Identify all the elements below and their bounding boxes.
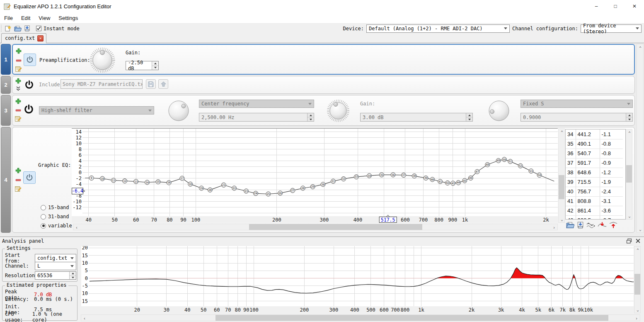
edit-filter-icon[interactable] (15, 185, 22, 193)
spin-up-icon[interactable] (307, 113, 314, 117)
spin-up-icon[interactable] (152, 61, 158, 66)
save-file-button[interactable] (22, 24, 32, 33)
freq-spinbox[interactable]: 2,500.00 Hz (199, 113, 314, 122)
menu-view[interactable]: View (34, 12, 54, 23)
spin-down-icon[interactable] (466, 117, 472, 121)
import-curve-icon[interactable] (566, 221, 574, 229)
freq-mode-combobox[interactable]: Center frequency (199, 100, 314, 108)
device-combobox[interactable]: Default (Analog (1+2) - RME ADI-2 DAC) (366, 24, 510, 33)
scroll-left-icon[interactable]: ‹ (81, 315, 88, 322)
filter-type-combobox[interactable]: High-shelf filter (39, 106, 154, 115)
spin-up-icon[interactable] (70, 272, 76, 276)
open-file-button[interactable] (13, 24, 22, 33)
toolbar-drag-handle[interactable] (1, 25, 2, 32)
table-row[interactable]: 39715.5-1.9 (566, 177, 623, 187)
include-open-up-button[interactable] (158, 79, 168, 89)
start-from-combobox[interactable]: config.txt (35, 254, 76, 262)
scroll-right-icon[interactable]: › (551, 224, 557, 231)
remove-filter-icon[interactable] (15, 57, 22, 64)
preamp-gain-knob[interactable] (89, 47, 116, 73)
filter-gain-knob[interactable] (327, 99, 350, 122)
export-curve-icon[interactable] (576, 221, 584, 229)
table-v-scrollbar[interactable]: ⌃ ⌄ (626, 129, 632, 220)
table-row[interactable]: 38648.6-1.2 (566, 168, 623, 177)
smooth-curve-icon[interactable] (586, 221, 596, 229)
remove-filter-icon[interactable] (15, 107, 22, 114)
row1-power-button[interactable] (24, 54, 36, 66)
table-row[interactable]: 35490.1-0.8 (566, 139, 623, 149)
row4-power-button[interactable] (23, 171, 36, 184)
row2-number[interactable]: 2 (1, 76, 11, 94)
spin-down-icon[interactable] (626, 117, 632, 121)
analysis-v-scrollbar[interactable]: ⌃ ⌄ (634, 246, 641, 313)
radio-variable[interactable]: variable (41, 223, 72, 229)
table-row[interactable]: 42861.4-3.6 (566, 206, 623, 215)
scroll-up-icon[interactable]: ⌃ (626, 129, 633, 136)
scroll-down-icon[interactable]: ⌄ (634, 306, 641, 313)
menu-file[interactable]: File (0, 12, 17, 23)
add-filter-icon[interactable] (15, 98, 22, 105)
scroll-down-icon[interactable]: ⌄ (637, 226, 644, 232)
radio-15-band[interactable]: 15-band (41, 205, 69, 210)
remove-filter-icon[interactable] (15, 177, 22, 183)
minimize-button[interactable]: – (587, 0, 606, 12)
eq-v-scrollbar[interactable]: ⌃ ⌄ (558, 128, 565, 223)
spin-down-icon[interactable] (307, 117, 314, 121)
config-v-scrollbar[interactable]: ⌃ ⌄ (637, 44, 644, 233)
row2-power-icon[interactable] (24, 80, 34, 90)
include-file-field[interactable]: Sony MDR-Z7 ParametricEQ.txt (61, 79, 143, 89)
row3-power-icon[interactable] (23, 104, 34, 115)
q-knob[interactable] (488, 100, 510, 122)
scroll-down-icon[interactable]: ⌄ (626, 212, 633, 219)
scroll-up-icon[interactable]: ⌃ (559, 129, 565, 135)
scroll-left-icon[interactable]: ‹ (73, 224, 80, 231)
row1-number[interactable]: 1 (1, 44, 11, 75)
menu-edit[interactable]: Edit (17, 12, 34, 23)
row3-number[interactable]: 3 (1, 95, 11, 126)
maximize-button[interactable]: □ (606, 0, 625, 12)
include-save-button[interactable] (146, 79, 156, 89)
eq-value-table[interactable]: 34441.2-1.135490.1-0.836540.7-0.837591.7… (565, 129, 626, 220)
close-panel-icon[interactable] (635, 238, 641, 244)
spin-down-icon[interactable] (70, 276, 76, 280)
table-row[interactable]: 41808.8-3.1 (566, 196, 623, 206)
edit-filter-icon[interactable] (15, 66, 22, 73)
edit-filter-icon[interactable] (15, 115, 22, 122)
q-mode-combobox[interactable]: Fixed S (521, 100, 633, 108)
scroll-up-icon[interactable]: ⌃ (637, 44, 644, 51)
spin-up-icon[interactable] (466, 113, 472, 117)
row4-number[interactable]: 4 (1, 127, 11, 233)
new-file-button[interactable] (3, 24, 13, 33)
freq-knob[interactable] (168, 100, 189, 122)
scroll-down-icon[interactable]: ⌄ (559, 216, 565, 222)
analysis-h-scrollbar[interactable]: ‹ › (81, 315, 640, 321)
analysis-header[interactable]: Analysis panel (0, 237, 644, 245)
filter-gain-spinbox[interactable]: 3.00 dB (360, 113, 473, 122)
close-button[interactable]: ✕ (625, 0, 644, 12)
table-row[interactable]: 36540.7-0.8 (566, 149, 623, 158)
add-filter-icon[interactable] (15, 78, 22, 84)
normalize-down-icon[interactable] (598, 221, 607, 229)
add-filter-icon[interactable] (15, 48, 22, 54)
eq-h-scrollbar[interactable]: ‹ › (73, 224, 558, 230)
channel-config-combobox[interactable]: From device (Stereo) (581, 24, 642, 33)
table-row[interactable]: 43902.5-3.7 (566, 215, 623, 220)
menu-settings[interactable]: Settings (54, 12, 82, 23)
tab-config-txt[interactable]: config.txt ✕ (1, 33, 46, 43)
channel-combobox[interactable]: L (35, 262, 76, 270)
tab-close-icon[interactable]: ✕ (37, 35, 44, 41)
expand-include-icon[interactable] (16, 86, 20, 91)
spin-down-icon[interactable] (152, 66, 158, 70)
scroll-right-icon[interactable]: › (633, 315, 640, 322)
radio-31-band[interactable]: 31-band (41, 214, 69, 220)
table-row[interactable]: 37591.7-0.9 (566, 158, 623, 168)
table-row[interactable]: 40756.7-2.4 (566, 187, 623, 196)
instant-mode-checkbox[interactable] (36, 26, 41, 31)
spin-up-icon[interactable] (626, 113, 632, 117)
table-row[interactable]: 34441.2-1.1 (566, 129, 623, 139)
q-spinbox[interactable]: 0.9000 (521, 113, 633, 122)
normalize-up-icon[interactable] (609, 221, 618, 229)
preamp-gain-spinbox[interactable]: -2.50 dB (126, 61, 159, 70)
graphic-eq-chart[interactable]: 4050607080901002003004006007008009001k2k… (72, 128, 558, 223)
scroll-up-icon[interactable]: ⌃ (634, 246, 641, 253)
